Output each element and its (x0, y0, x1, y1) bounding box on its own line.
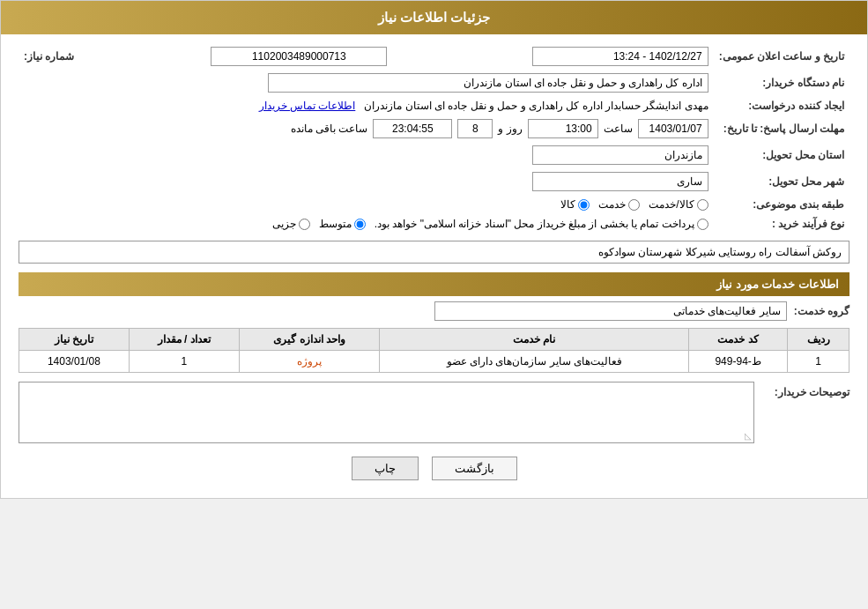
info-table: تاریخ و ساعت اعلان عمومی: 1402/12/27 - 1… (19, 43, 849, 234)
service-table-header-row: ردیف کد خدمت نام خدمت واحد اندازه گیری ت… (19, 329, 849, 351)
days-label: روز و (498, 123, 522, 135)
deadline-time: 13:00 (528, 119, 598, 138)
label-shahr: شهر محل تحویل: (714, 168, 849, 195)
label-ostan: استان محل تحویل: (714, 142, 849, 168)
radio-khazan-input[interactable] (697, 219, 708, 230)
service-table: ردیف کد خدمت نام خدمت واحد اندازه گیری ت… (19, 328, 849, 373)
time-label: ساعت (604, 123, 633, 135)
radio-kala: کالا (560, 198, 590, 211)
buyer-desc-area: ◺ (19, 382, 754, 443)
farayand-radio-group: پرداخت تمام یا بخشی از مبلغ خریداز محل "… (24, 218, 708, 230)
label-deadline: مهلت ارسال پاسخ: تا تاریخ: (714, 115, 849, 142)
radio-jozii-input[interactable] (299, 219, 310, 230)
section-khadamat: اطلاعات خدمات مورد نیاز (19, 272, 849, 296)
page-header: جزئیات اطلاعات نیاز (1, 1, 867, 34)
row-creator: ایجاد کننده درخواست: مهدی اندایشگر حسابد… (19, 96, 849, 115)
page-title: جزئیات اطلاعات نیاز (378, 10, 490, 25)
radio-jozii: جزیی (272, 218, 310, 230)
cell-code: ط-94-949 (688, 351, 787, 373)
remaining-label: ساعت باقی مانده (291, 123, 368, 135)
cell-unit: پروژه (239, 351, 380, 373)
radio-kala-input[interactable] (578, 199, 590, 211)
tabaqe-radio-group: کالا/خدمت خدمت کالا (24, 198, 708, 211)
label-tarikh: تاریخ و ساعت اعلان عمومی: (714, 43, 849, 70)
value-dastgah: اداره کل راهداری و حمل و نقل جاده ای است… (268, 73, 708, 93)
deadline-remaining: 23:04:55 (373, 119, 452, 138)
cell-count: 1 (129, 351, 239, 373)
buyer-desc-row: توصیحات خریدار: ◺ (19, 382, 849, 443)
label-dastgah: نام دستگاه خریدار: (714, 70, 849, 96)
service-table-body: 1 ط-94-949 فعالیت‌های سایر سازمان‌های دا… (19, 351, 849, 373)
value-goroh: سایر فعالیت‌های خدماتی (434, 301, 787, 321)
goroh-row: گروه خدمت: سایر فعالیت‌های خدماتی (19, 301, 849, 321)
sharch-value: روکش آسفالت راه روستایی شیرکلا شهرستان س… (26, 246, 842, 258)
creator-text: مهدی اندایشگر حسابدار اداره کل راهداری و… (364, 100, 708, 112)
radio-motavasset: متوسط (319, 218, 366, 230)
buttons-row: بازگشت چاپ (19, 457, 849, 480)
contact-link[interactable]: اطلاعات تماس خریدار (259, 100, 356, 112)
radio-khazan-label: پرداخت تمام یا بخشی از مبلغ خریداز محل "… (375, 218, 694, 230)
value-ostan: مازندران (532, 145, 708, 165)
row-shomara-tarikh: تاریخ و ساعت اعلان عمومی: 1402/12/27 - 1… (19, 43, 849, 70)
cell-radif: 1 (788, 351, 849, 373)
deadline-row: 1403/01/07 ساعت 13:00 روز و 8 23:04:55 (24, 119, 708, 138)
print-button[interactable]: چاپ (352, 457, 419, 480)
resize-indicator: ◺ (745, 431, 752, 441)
col-count: تعداد / مقدار (129, 329, 239, 351)
page-wrapper: جزئیات اطلاعات نیاز تاریخ و ساعت اعلان ع… (0, 0, 868, 499)
radio-kala-khedmat: کالا/خدمت (649, 198, 708, 211)
col-radif: ردیف (788, 329, 849, 351)
col-code: کد خدمت (688, 329, 787, 351)
value-tarikh-elan: 1402/12/27 - 13:24 (532, 47, 708, 66)
row-farayand: نوع فرآیند خرید : پرداخت تمام یا بخشی از… (19, 214, 849, 234)
label-creator: ایجاد کننده درخواست: (714, 96, 849, 115)
sharch-display-row: روکش آسفالت راه روستایی شیرکلا شهرستان س… (19, 241, 849, 264)
radio-kala-label: کالا (560, 198, 575, 211)
cell-name: فعالیت‌های سایر سازمان‌های دارای عضو (380, 351, 688, 373)
radio-kala-khedmat-input[interactable] (697, 199, 708, 211)
col-date: تاریخ نیاز (19, 329, 130, 351)
label-tabaqe: طبقه بندی موضوعی: (714, 195, 849, 214)
table-row: 1 ط-94-949 فعالیت‌های سایر سازمان‌های دا… (19, 351, 849, 373)
cell-date: 1403/01/08 (19, 351, 130, 373)
value-shahr: ساری (532, 172, 708, 191)
value-shomara: 1102003489000713 (211, 47, 387, 66)
row-tabaqe: طبقه بندی موضوعی: کالا/خدمت خدمت (19, 195, 849, 214)
radio-jozii-label: جزیی (272, 218, 296, 230)
radio-motavasset-label: متوسط (319, 218, 352, 230)
row-ostan: استان محل تحویل: مازندران (19, 142, 849, 168)
label-goroh: گروه خدمت: (794, 305, 849, 317)
label-farayand: نوع فرآیند خرید : (714, 214, 849, 234)
label-shomara: شماره نیاز: (19, 43, 107, 70)
radio-khedmat-label: خدمت (598, 198, 626, 211)
radio-khedmat-input[interactable] (628, 199, 640, 211)
row-dastgah: نام دستگاه خریدار: اداره کل راهداری و حم… (19, 70, 849, 96)
content-area: تاریخ و ساعت اعلان عمومی: 1402/12/27 - 1… (1, 34, 867, 498)
deadline-date: 1403/01/07 (638, 119, 708, 138)
row-deadline: مهلت ارسال پاسخ: تا تاریخ: 1403/01/07 سا… (19, 115, 849, 142)
label-buyer-desc: توصیحات خریدار: (761, 386, 849, 398)
back-button[interactable]: بازگشت (432, 457, 517, 480)
radio-motavasset-input[interactable] (354, 219, 366, 230)
service-table-head: ردیف کد خدمت نام خدمت واحد اندازه گیری ت… (19, 329, 849, 351)
deadline-days: 8 (457, 119, 493, 138)
radio-khazan: پرداخت تمام یا بخشی از مبلغ خریداز محل "… (375, 218, 708, 230)
radio-khedmat: خدمت (598, 198, 640, 211)
row-shahr: شهر محل تحویل: ساری (19, 168, 849, 195)
col-unit: واحد اندازه گیری (239, 329, 380, 351)
radio-kala-khedmat-label: کالا/خدمت (649, 198, 694, 211)
col-name: نام خدمت (380, 329, 688, 351)
